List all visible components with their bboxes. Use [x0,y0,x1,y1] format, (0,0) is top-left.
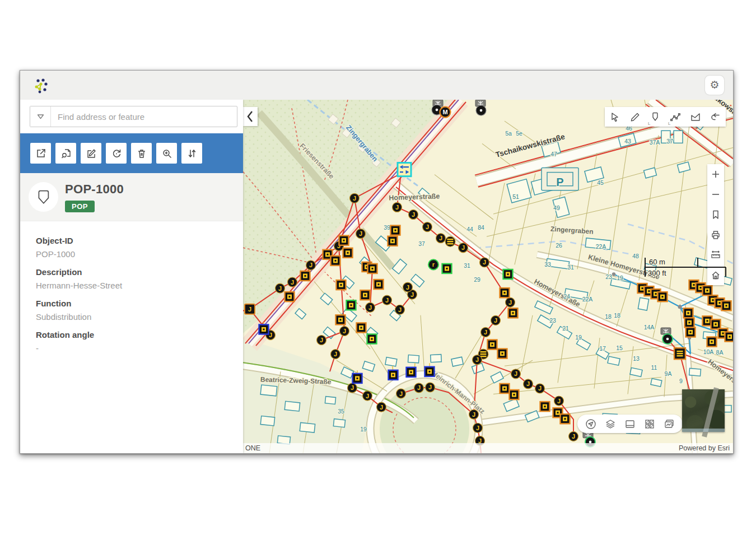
print-button[interactable] [707,225,724,245]
map-marker-so[interactable] [540,402,550,411]
map-marker-jc[interactable]: J [403,282,413,292]
map-marker-jc[interactable]: J [524,379,533,389]
map-marker-jc[interactable]: J [480,258,489,267]
map-marker-jc[interactable]: J [506,297,515,307]
map-marker-sg[interactable] [347,300,356,310]
map-marker-rc[interactable]: r [428,259,438,269]
search-filter-dropdown[interactable] [30,106,51,127]
map-marker-jc[interactable]: J [569,431,578,441]
map-marker-jc[interactable]: J [473,423,483,432]
map-marker-jc[interactable]: J [469,410,479,419]
compass-button[interactable] [582,416,599,432]
open-in-new-button[interactable] [30,143,51,164]
map-marker-so[interactable] [711,319,721,329]
map-marker-so[interactable] [725,332,734,341]
map-marker-so[interactable] [339,236,349,245]
map-marker-jc[interactable]: J [459,243,468,253]
map-marker-jc[interactable]: J [554,396,564,406]
map-marker-sb[interactable] [259,324,269,334]
map-marker-hamsq[interactable] [674,348,685,359]
map-marker-sb[interactable] [425,367,435,376]
map[interactable]: TschaikowskistraßeTschaikowskistraßeHome… [243,100,733,453]
map-marker-so[interactable] [707,337,717,347]
map-marker-jc[interactable]: J [414,383,424,393]
map-marker-jc[interactable]: J [393,202,402,212]
map-marker-jc[interactable]: J [331,350,340,359]
map-marker-sb[interactable] [353,374,362,383]
map-marker-ant[interactable] [661,328,671,334]
map-marker-so[interactable] [561,414,570,424]
map-marker-bc[interactable] [476,105,486,115]
basemap-button[interactable] [622,416,638,432]
map-marker-so[interactable] [336,315,346,324]
map-marker-so[interactable] [722,301,731,310]
map-marker-jc[interactable]: J [382,295,392,305]
map-marker-mc[interactable]: M [440,107,451,118]
map-marker-jc[interactable]: J [276,283,285,293]
map-marker-jc[interactable]: J [436,234,446,243]
zoom-to-feature-button[interactable] [156,143,177,164]
map-marker-sg[interactable] [442,264,452,273]
map-marker-sb[interactable] [407,367,416,377]
images-button[interactable] [661,416,678,432]
swap-order-button[interactable] [181,143,202,164]
map-marker-so[interactable] [388,236,398,246]
map-marker-bcg[interactable] [662,334,673,344]
map-marker-so[interactable] [510,390,519,399]
map-marker-jc[interactable]: J [340,326,349,336]
map-canvas[interactable]: TschaikowskistraßeTschaikowskistraßeHome… [243,100,733,453]
map-marker-so[interactable] [686,327,696,337]
map-marker-jc[interactable]: J [396,389,406,398]
map-marker-jc[interactable]: J [348,383,357,393]
rotate-feature-button[interactable] [106,143,127,164]
map-marker-jc[interactable]: J [317,335,326,345]
map-marker-jc[interactable]: J [426,383,435,392]
pointer-tool-button[interactable] [605,107,625,127]
map-marker-so[interactable] [368,264,377,273]
map-marker-sg[interactable] [367,334,377,343]
map-marker-sel[interactable] [398,163,411,176]
map-marker-jc[interactable]: J [356,229,366,239]
settings-button[interactable]: ⚙ [705,76,724,95]
polygon-tool-button[interactable] [685,107,706,127]
map-marker-so[interactable] [488,340,497,350]
collapse-panel-button[interactable] [243,107,258,126]
map-marker-so[interactable] [508,308,518,318]
map-marker-jc[interactable]: J [288,277,297,287]
map-marker-jc[interactable]: J [473,355,482,365]
map-marker-jc[interactable]: J [423,222,432,232]
map-marker-sg[interactable] [503,269,513,279]
map-marker-so[interactable] [331,256,340,266]
tiles-button[interactable] [641,416,658,432]
map-marker-so[interactable] [500,288,510,297]
map-marker-jc[interactable]: J [363,391,372,401]
undo-button[interactable] [706,107,726,127]
map-marker-so[interactable] [658,292,668,301]
map-marker-so[interactable] [361,290,370,300]
map-marker-so[interactable] [500,384,510,393]
overview-thumbnail[interactable] [682,389,725,432]
map-marker-jc[interactable]: J [481,327,491,337]
zoom-out-button[interactable] [707,184,724,204]
map-marker-jc[interactable]: J [350,193,360,203]
map-marker-jc[interactable]: J [395,305,405,314]
measure-button[interactable] [707,245,724,265]
map-marker-so[interactable] [343,248,353,258]
polyline-tool-button[interactable]: L [665,107,685,127]
map-marker-jc[interactable]: J [366,303,375,312]
map-marker-so[interactable] [391,226,400,235]
map-marker-jc[interactable]: J [511,369,521,379]
point-tool-button[interactable]: L [645,107,665,127]
map-marker-so[interactable] [301,271,310,281]
map-marker-jc[interactable]: J [306,260,316,270]
layers-button[interactable] [602,416,619,432]
map-marker-so[interactable] [703,286,712,295]
copy-attributes-button[interactable] [55,143,76,164]
home-button[interactable] [707,265,724,285]
map-marker-so[interactable] [685,318,694,327]
map-marker-so[interactable] [374,280,384,289]
edit-feature-button[interactable] [81,143,101,164]
map-marker-hamc[interactable] [445,236,455,246]
map-marker-sb[interactable] [389,370,398,380]
map-marker-js[interactable]: J [245,304,255,314]
